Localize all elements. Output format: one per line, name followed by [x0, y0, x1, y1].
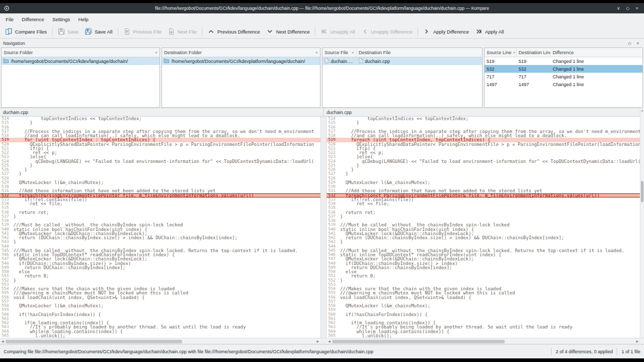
source-horizontal-scrollbar[interactable]: ◀ ▶ [0, 338, 320, 344]
menu-settings[interactable]: Settings [48, 14, 74, 24]
next-file-label: Next File [178, 29, 197, 35]
code-line: 515 } [0, 121, 320, 125]
differences-panel: Source Line ∨ Destination Line Differenc… [484, 47, 643, 108]
apply-all-button[interactable]: Apply All [472, 26, 507, 37]
scroll-right-icon[interactable]: ▶ [635, 338, 640, 344]
navigation-dock-titlebar: Navigation ◇ × [0, 39, 644, 47]
file-row[interactable]: duchain.cpp duchain.cpp [323, 57, 482, 65]
code-line: 514 topContextIndices << topContextIndex… [327, 117, 640, 121]
pane-splitter[interactable] [320, 117, 327, 338]
line-number: 565 [0, 334, 13, 338]
difference-text: Changed 1 line [551, 65, 642, 73]
difference-row[interactable]: 717717Changed 1 line [485, 73, 642, 80]
difference-header[interactable]: Difference [551, 48, 642, 57]
scroll-up-icon[interactable]: ▲ [640, 109, 644, 112]
diff-view: 514 topContextIndices << topContextIndex… [0, 117, 644, 338]
difference-row[interactable]: 519519Changed 1 line [485, 57, 642, 65]
sort-indicator-icon: ∨ [153, 51, 157, 55]
scroll-left-icon[interactable]: ◀ [0, 338, 5, 344]
scroll-left-icon[interactable]: ◀ [327, 338, 332, 344]
differences-status: 2 of 4 differences, 0 applied [556, 349, 613, 354]
next-difference-button[interactable]: Next Difference [263, 26, 313, 37]
sort-indicator-icon: ∨ [314, 51, 318, 55]
navigation-dock-title: Navigation [3, 41, 25, 46]
titlebar: file:///home/sergobot/Documents/GCI/kdev… [0, 3, 644, 13]
maximize-icon[interactable]: ◇ [624, 5, 632, 12]
unapply-difference-button[interactable]: Unapply Difference [358, 26, 416, 37]
save-all-button[interactable]: Save All [82, 26, 115, 37]
save-label: Save [68, 29, 79, 35]
menu-file[interactable]: File [2, 14, 18, 24]
code-line: 514 topContextIndices << topContextIndex… [0, 117, 320, 121]
code-line: 558 QMutexLocker l(&m_chainsMutex); [0, 304, 320, 308]
code-text: return ret; [13, 210, 49, 215]
chevron-down-icon [266, 28, 273, 35]
navigation-dock: Source Folder ∨ /home/sergobot/Documents… [0, 47, 644, 108]
horizontal-scrollbar-thumb[interactable] [6, 340, 182, 343]
unapply-all-button[interactable]: Unapply All [317, 26, 358, 37]
menu-difference[interactable]: Difference [18, 14, 48, 24]
code-line: 542 return (DUChain::chainsByIndex.size(… [327, 236, 640, 240]
code-line: 536 return ret; [327, 210, 640, 215]
next-file-button[interactable]: Next File [165, 26, 200, 37]
destination-line-header[interactable]: Destination Line [517, 48, 551, 57]
code-text: QExplicitlySharedDataPointer< ParsingEnv… [13, 142, 314, 146]
code-line: 556void loadChain(uint index, QSet<uint>… [327, 295, 640, 300]
compare-files-icon [5, 28, 12, 35]
code-line: 549 return DUChain::chainsByIndex[index]… [327, 266, 640, 270]
code-text: l.unlock(); [340, 334, 392, 338]
menu-help[interactable]: Help [74, 14, 93, 24]
code-line: 560 if(!hasChainForIndex(index)) { [0, 312, 320, 317]
source-folder-item[interactable]: /home/sergobot/Documents/GCI/kdev/langua… [2, 57, 159, 65]
statusbar-separator [551, 348, 552, 355]
code-line: 552} [327, 278, 640, 283]
code-text: } [340, 278, 343, 283]
dock-float-icon[interactable]: ◇ [626, 41, 633, 46]
dock-close-icon[interactable]: × [635, 41, 641, 46]
difference-row[interactable]: 14971497Changed 1 line [485, 80, 642, 88]
scrollbar-corner [640, 338, 644, 344]
difference-row[interactable]: 532532Changed 1 line [485, 65, 642, 73]
save-button[interactable]: Save [55, 26, 82, 37]
toolbar: Compare Files Save Save All Previous Fil… [0, 25, 644, 39]
app-icon[interactable] [4, 5, 10, 11]
folder-icon [164, 58, 169, 64]
file-icon [325, 58, 329, 64]
toolbar-separator [417, 27, 418, 36]
previous-file-button[interactable]: Previous File [120, 26, 165, 37]
diff-pane-headers: duchain.cpp duchain.cpp [0, 108, 640, 117]
minimize-icon[interactable]: ∨ [615, 5, 622, 12]
close-icon[interactable]: × [633, 5, 641, 12]
sort-indicator-icon: ∨ [350, 51, 354, 55]
apply-difference-button[interactable]: Apply Difference [420, 26, 472, 37]
line-number: 565 [327, 334, 340, 338]
code-text: topContextIndices << topContextIndex; [13, 117, 142, 121]
code-line: 522 ret << p; [0, 151, 320, 155]
unapply-difference-label: Unapply Difference [371, 29, 413, 35]
difference-destination-line: 532 [517, 65, 551, 73]
source-line-header[interactable]: Source Line ∨ [485, 48, 517, 57]
vertical-scrollbar[interactable]: ▲ ▼ [640, 108, 644, 344]
difference-source-line: 519 [485, 57, 517, 65]
code-line: 542 return (DUChain::chainsByIndex.size(… [0, 236, 320, 240]
code-line: 522 ret << p; [327, 151, 640, 155]
destination-folder-item[interactable]: /home/sergobot/Documents/GCI/kdevplatfor… [162, 57, 320, 65]
destination-file-header[interactable]: Destination File [357, 48, 482, 57]
source-file-header[interactable]: Source File ∨ [323, 48, 357, 57]
vertical-scrollbar-thumb[interactable] [641, 181, 643, 202]
unapply-all-label: Unapply All [330, 29, 355, 35]
code-line: 560 if(!hasChainForIndex(index)) { [327, 312, 640, 317]
difference-source-line: 1497 [485, 80, 517, 88]
destination-horizontal-scrollbar[interactable]: ◀ ▶ [327, 338, 640, 344]
code-line: 552} [0, 278, 320, 283]
code-line: 527 } [0, 172, 320, 176]
difference-destination-line: 519 [517, 57, 551, 65]
code-text: if(!hasChainForIndex(index)) { [340, 312, 427, 317]
scroll-right-icon[interactable]: ▶ [315, 338, 320, 344]
destination-folder-header[interactable]: Destination Folder ∨ [162, 48, 320, 57]
code-line: 543} [0, 240, 320, 244]
compare-files-button[interactable]: Compare Files [2, 26, 50, 37]
source-folder-header[interactable]: Source Folder ∨ [2, 48, 159, 57]
horizontal-scrollbar-thumb[interactable] [332, 340, 505, 343]
previous-difference-button[interactable]: Previous Difference [204, 26, 263, 37]
